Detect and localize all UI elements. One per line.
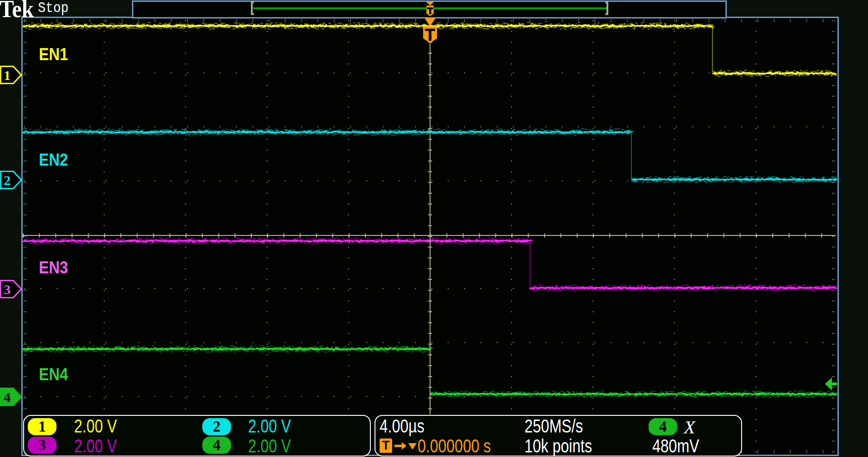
svg-text:2: 2 [4,173,11,188]
svg-text:3: 3 [4,282,11,297]
svg-text:4: 4 [4,389,11,405]
svg-text:1: 1 [4,68,11,83]
